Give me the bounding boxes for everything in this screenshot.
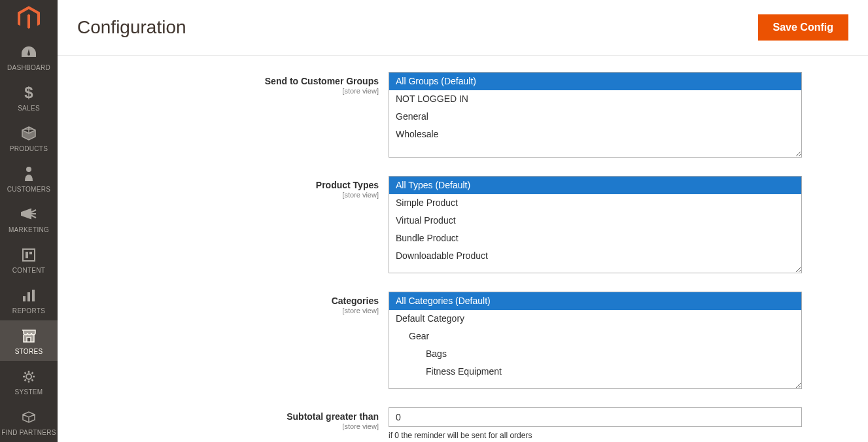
- option-bags[interactable]: Bags: [389, 345, 801, 363]
- nav-find-partners[interactable]: FIND PARTNERS: [0, 401, 58, 442]
- customers-icon: [24, 165, 34, 183]
- nav-products[interactable]: PRODUCTS: [0, 118, 58, 158]
- svg-point-8: [26, 374, 31, 379]
- svg-rect-7: [32, 290, 35, 301]
- reports-icon: [22, 286, 36, 305]
- admin-sidebar: DASHBOARD $ SALES PRODUCTS CUSTOMERS MAR…: [0, 0, 58, 442]
- field-customer-groups: Send to Customer Groups [store view] All…: [58, 72, 848, 158]
- subtotal-input[interactable]: [389, 407, 802, 427]
- nav-label: CUSTOMERS: [7, 186, 50, 193]
- nav-label: SALES: [18, 105, 40, 112]
- system-icon: [22, 367, 36, 386]
- option-downloadable-product[interactable]: Downloadable Product: [389, 247, 801, 265]
- products-icon: [21, 124, 37, 143]
- nav-reports[interactable]: REPORTS: [0, 280, 58, 320]
- svg-rect-3: [26, 252, 28, 258]
- save-config-button[interactable]: Save Config: [758, 14, 848, 41]
- svg-point-1: [26, 167, 31, 172]
- nav-label: SYSTEM: [15, 388, 43, 396]
- nav-label: PRODUCTS: [10, 145, 48, 152]
- option-all-categories[interactable]: All Categories (Default): [389, 292, 801, 310]
- option-not-logged-in[interactable]: NOT LOGGED IN: [389, 90, 801, 108]
- option-wholesale[interactable]: Wholesale: [389, 126, 801, 143]
- option-gear[interactable]: Gear: [389, 328, 801, 345]
- nav-sales[interactable]: $ SALES: [0, 77, 58, 118]
- nav-label: DASHBOARD: [7, 64, 50, 71]
- nav-customers[interactable]: CUSTOMERS: [0, 158, 58, 199]
- option-virtual-product[interactable]: Virtual Product: [389, 212, 801, 230]
- partners-icon: [21, 408, 37, 426]
- field-label: Send to Customer Groups: [265, 76, 379, 86]
- nav-system[interactable]: SYSTEM: [0, 361, 58, 401]
- content-icon: [22, 246, 36, 264]
- page-title: Configuration: [77, 17, 186, 38]
- svg-rect-5: [23, 296, 26, 301]
- marketing-icon: [20, 205, 37, 224]
- svg-rect-2: [23, 249, 35, 261]
- field-subtotal: Subtotal greater than [store view] if 0 …: [58, 407, 848, 440]
- categories-select[interactable]: All Categories (Default) Default Categor…: [389, 292, 802, 389]
- option-general[interactable]: General: [389, 108, 801, 126]
- nav-label: CONTENT: [12, 267, 45, 274]
- nav-stores[interactable]: STORES: [0, 320, 58, 361]
- field-label: Categories: [332, 296, 379, 306]
- field-note: if 0 the reminder will be sent for all o…: [389, 431, 802, 440]
- field-label: Subtotal greater than: [286, 411, 379, 422]
- dashboard-icon: [20, 43, 37, 61]
- option-fitness-equipment[interactable]: Fitness Equipment: [389, 363, 801, 381]
- nav-label: STORES: [15, 348, 43, 355]
- field-scope: [store view]: [58, 422, 379, 430]
- field-label: Product Types: [316, 180, 379, 190]
- stores-icon: [21, 327, 37, 345]
- option-simple-product[interactable]: Simple Product: [389, 194, 801, 212]
- svg-rect-4: [29, 252, 32, 254]
- config-form: Send to Customer Groups [store view] All…: [58, 56, 868, 442]
- field-categories: Categories [store view] All Categories (…: [58, 292, 848, 389]
- field-product-types: Product Types [store view] All Types (De…: [58, 176, 848, 273]
- option-all-groups[interactable]: All Groups (Default): [389, 73, 801, 90]
- nav-label: REPORTS: [12, 307, 45, 314]
- option-default-category[interactable]: Default Category: [389, 310, 801, 328]
- field-scope: [store view]: [58, 307, 379, 314]
- nav-dashboard[interactable]: DASHBOARD: [0, 37, 58, 77]
- customer-groups-select[interactable]: All Groups (Default) NOT LOGGED IN Gener…: [389, 72, 802, 158]
- svg-text:$: $: [24, 84, 33, 101]
- sales-icon: $: [24, 84, 34, 102]
- nav-label: MARKETING: [9, 226, 49, 233]
- page-header: Configuration Save Config: [58, 0, 868, 56]
- nav-marketing[interactable]: MARKETING: [0, 199, 58, 239]
- product-types-select[interactable]: All Types (Default) Simple Product Virtu…: [389, 176, 802, 273]
- option-bundle-product[interactable]: Bundle Product: [389, 230, 801, 247]
- svg-rect-6: [27, 292, 30, 301]
- magento-logo[interactable]: [0, 0, 58, 37]
- nav-label: FIND PARTNERS: [1, 429, 56, 436]
- field-scope: [store view]: [58, 87, 379, 95]
- field-scope: [store view]: [58, 191, 379, 199]
- option-all-types[interactable]: All Types (Default): [389, 177, 801, 194]
- nav-content[interactable]: CONTENT: [0, 239, 58, 280]
- main-area: Configuration Save Config Send to Custom…: [58, 0, 868, 442]
